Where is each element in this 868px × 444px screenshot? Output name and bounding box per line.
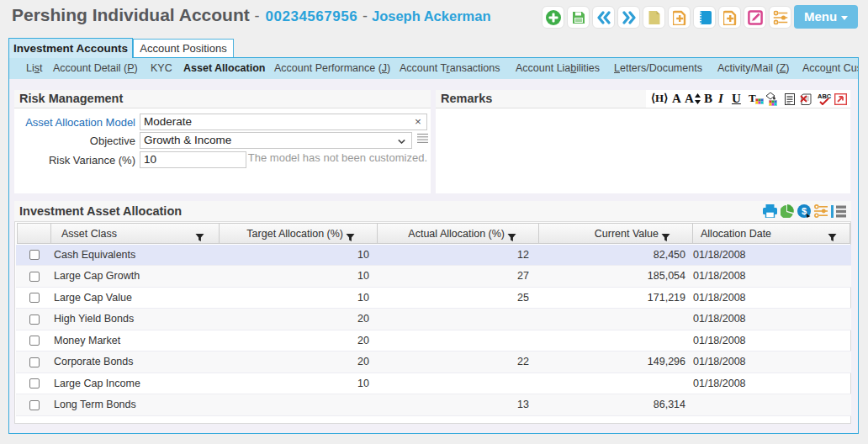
svg-text:$: $: [802, 206, 807, 216]
